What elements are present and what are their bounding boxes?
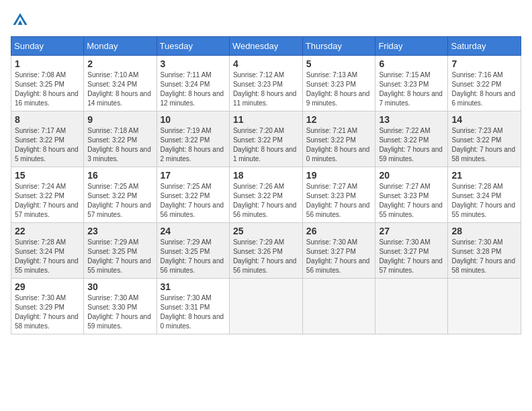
weekday-header-wednesday: Wednesday <box>229 37 302 56</box>
weekday-header-sunday: Sunday <box>11 37 84 56</box>
calendar-cell: 19Sunrise: 7:27 AMSunset: 3:23 PMDayligh… <box>302 167 375 223</box>
day-info: Sunrise: 7:28 AMSunset: 3:24 PMDaylight:… <box>451 182 517 220</box>
calendar-cell: 15Sunrise: 7:24 AMSunset: 3:22 PMDayligh… <box>11 167 84 223</box>
calendar-table: SundayMondayTuesdayWednesdayThursdayFrid… <box>11 36 521 334</box>
day-info: Sunrise: 7:30 AMSunset: 3:31 PMDaylight:… <box>161 293 226 331</box>
day-info: Sunrise: 7:18 AMSunset: 3:22 PMDaylight:… <box>87 126 152 164</box>
calendar-cell <box>448 279 521 334</box>
day-info: Sunrise: 7:10 AMSunset: 3:24 PMDaylight:… <box>87 71 152 108</box>
calendar-cell: 4Sunrise: 7:12 AMSunset: 3:23 PMDaylight… <box>229 56 302 111</box>
calendar-cell: 18Sunrise: 7:26 AMSunset: 3:22 PMDayligh… <box>229 167 302 223</box>
day-info: Sunrise: 7:30 AMSunset: 3:27 PMDaylight:… <box>306 238 372 275</box>
calendar-cell: 26Sunrise: 7:30 AMSunset: 3:27 PMDayligh… <box>302 223 375 279</box>
calendar-cell: 9Sunrise: 7:18 AMSunset: 3:22 PMDaylight… <box>84 111 157 167</box>
day-number: 27 <box>379 226 444 236</box>
calendar-cell <box>229 279 302 334</box>
day-number: 11 <box>233 114 299 125</box>
calendar-week-row: 22Sunrise: 7:28 AMSunset: 3:24 PMDayligh… <box>11 223 521 279</box>
day-info: Sunrise: 7:29 AMSunset: 3:25 PMDaylight:… <box>87 238 152 275</box>
calendar-cell: 5Sunrise: 7:13 AMSunset: 3:23 PMDaylight… <box>302 56 375 111</box>
day-number: 6 <box>379 58 444 69</box>
day-info: Sunrise: 7:11 AMSunset: 3:24 PMDaylight:… <box>161 71 226 108</box>
weekday-header-saturday: Saturday <box>448 37 521 56</box>
weekday-header-monday: Monday <box>84 37 157 56</box>
logo <box>11 11 32 30</box>
calendar-cell: 11Sunrise: 7:20 AMSunset: 3:22 PMDayligh… <box>229 111 302 167</box>
day-info: Sunrise: 7:29 AMSunset: 3:26 PMDaylight:… <box>233 238 299 275</box>
day-info: Sunrise: 7:27 AMSunset: 3:23 PMDaylight:… <box>379 182 444 220</box>
day-number: 23 <box>87 226 152 236</box>
day-number: 26 <box>306 226 372 236</box>
calendar-cell: 8Sunrise: 7:17 AMSunset: 3:22 PMDaylight… <box>11 111 84 167</box>
day-number: 8 <box>15 114 80 125</box>
day-number: 5 <box>306 58 372 69</box>
calendar-cell: 6Sunrise: 7:15 AMSunset: 3:23 PMDaylight… <box>375 56 448 111</box>
day-number: 16 <box>87 170 152 181</box>
day-info: Sunrise: 7:30 AMSunset: 3:27 PMDaylight:… <box>379 238 444 275</box>
day-info: Sunrise: 7:25 AMSunset: 3:22 PMDaylight:… <box>87 182 152 220</box>
day-number: 17 <box>161 170 226 181</box>
day-info: Sunrise: 7:30 AMSunset: 3:28 PMDaylight:… <box>451 238 517 275</box>
day-number: 22 <box>15 226 80 236</box>
weekday-header-thursday: Thursday <box>302 37 375 56</box>
day-number: 4 <box>233 58 299 69</box>
weekday-header-friday: Friday <box>375 37 448 56</box>
calendar-cell: 2Sunrise: 7:10 AMSunset: 3:24 PMDaylight… <box>84 56 157 111</box>
day-info: Sunrise: 7:27 AMSunset: 3:23 PMDaylight:… <box>306 182 372 220</box>
day-info: Sunrise: 7:23 AMSunset: 3:22 PMDaylight:… <box>451 126 517 164</box>
day-number: 1 <box>15 58 80 69</box>
calendar-cell: 7Sunrise: 7:16 AMSunset: 3:22 PMDaylight… <box>448 56 521 111</box>
day-number: 2 <box>87 58 152 69</box>
day-number: 24 <box>161 226 226 236</box>
calendar-week-row: 29Sunrise: 7:30 AMSunset: 3:29 PMDayligh… <box>11 279 521 334</box>
day-info: Sunrise: 7:17 AMSunset: 3:22 PMDaylight:… <box>15 126 80 164</box>
calendar-cell: 13Sunrise: 7:22 AMSunset: 3:22 PMDayligh… <box>375 111 448 167</box>
day-info: Sunrise: 7:30 AMSunset: 3:29 PMDaylight:… <box>15 293 80 331</box>
day-info: Sunrise: 7:19 AMSunset: 3:22 PMDaylight:… <box>161 126 226 164</box>
calendar-week-row: 15Sunrise: 7:24 AMSunset: 3:22 PMDayligh… <box>11 167 521 223</box>
calendar-cell: 20Sunrise: 7:27 AMSunset: 3:23 PMDayligh… <box>375 167 448 223</box>
day-info: Sunrise: 7:28 AMSunset: 3:24 PMDaylight:… <box>15 238 80 275</box>
day-info: Sunrise: 7:12 AMSunset: 3:23 PMDaylight:… <box>233 71 299 108</box>
day-number: 12 <box>306 114 372 125</box>
day-number: 20 <box>379 170 444 181</box>
day-info: Sunrise: 7:20 AMSunset: 3:22 PMDaylight:… <box>233 126 299 164</box>
day-number: 13 <box>379 114 444 125</box>
calendar-cell: 16Sunrise: 7:25 AMSunset: 3:22 PMDayligh… <box>84 167 157 223</box>
day-number: 14 <box>451 114 517 125</box>
day-number: 7 <box>451 58 517 69</box>
day-number: 15 <box>15 170 80 181</box>
calendar-cell: 25Sunrise: 7:29 AMSunset: 3:26 PMDayligh… <box>229 223 302 279</box>
calendar-cell <box>375 279 448 334</box>
calendar-cell: 31Sunrise: 7:30 AMSunset: 3:31 PMDayligh… <box>157 279 229 334</box>
day-number: 30 <box>87 281 152 292</box>
day-number: 29 <box>15 281 80 292</box>
calendar-cell: 3Sunrise: 7:11 AMSunset: 3:24 PMDaylight… <box>157 56 229 111</box>
day-info: Sunrise: 7:29 AMSunset: 3:25 PMDaylight:… <box>161 238 226 275</box>
day-info: Sunrise: 7:25 AMSunset: 3:22 PMDaylight:… <box>161 182 226 220</box>
calendar-cell: 29Sunrise: 7:30 AMSunset: 3:29 PMDayligh… <box>11 279 84 334</box>
calendar-cell: 17Sunrise: 7:25 AMSunset: 3:22 PMDayligh… <box>157 167 229 223</box>
calendar-cell: 12Sunrise: 7:21 AMSunset: 3:22 PMDayligh… <box>302 111 375 167</box>
day-number: 21 <box>451 170 517 181</box>
calendar-cell: 24Sunrise: 7:29 AMSunset: 3:25 PMDayligh… <box>157 223 229 279</box>
calendar-cell: 14Sunrise: 7:23 AMSunset: 3:22 PMDayligh… <box>448 111 521 167</box>
day-info: Sunrise: 7:22 AMSunset: 3:22 PMDaylight:… <box>379 126 444 164</box>
day-number: 19 <box>306 170 372 181</box>
day-number: 25 <box>233 226 299 236</box>
page-header <box>11 11 521 30</box>
calendar-cell: 10Sunrise: 7:19 AMSunset: 3:22 PMDayligh… <box>157 111 229 167</box>
day-number: 28 <box>451 226 517 236</box>
calendar-cell: 27Sunrise: 7:30 AMSunset: 3:27 PMDayligh… <box>375 223 448 279</box>
day-info: Sunrise: 7:16 AMSunset: 3:22 PMDaylight:… <box>451 71 517 108</box>
calendar-cell: 30Sunrise: 7:30 AMSunset: 3:30 PMDayligh… <box>84 279 157 334</box>
calendar-cell <box>302 279 375 334</box>
logo-icon <box>11 11 30 30</box>
day-info: Sunrise: 7:30 AMSunset: 3:30 PMDaylight:… <box>87 293 152 331</box>
calendar-cell: 23Sunrise: 7:29 AMSunset: 3:25 PMDayligh… <box>84 223 157 279</box>
calendar-header-row: SundayMondayTuesdayWednesdayThursdayFrid… <box>11 37 521 56</box>
day-number: 10 <box>161 114 226 125</box>
calendar-cell: 1Sunrise: 7:08 AMSunset: 3:25 PMDaylight… <box>11 56 84 111</box>
day-info: Sunrise: 7:13 AMSunset: 3:23 PMDaylight:… <box>306 71 372 108</box>
calendar-week-row: 8Sunrise: 7:17 AMSunset: 3:22 PMDaylight… <box>11 111 521 167</box>
